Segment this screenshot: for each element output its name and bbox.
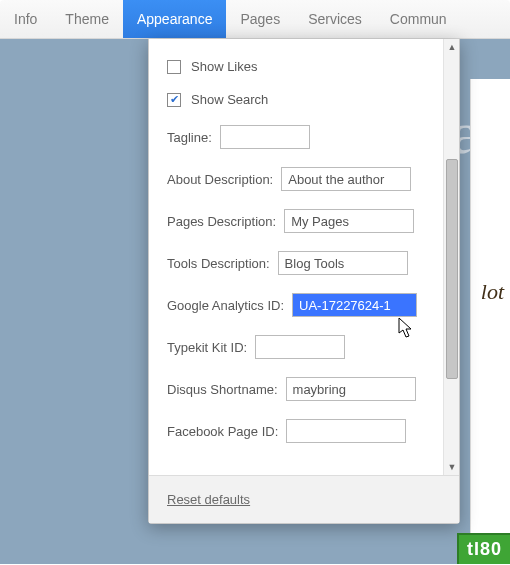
tools-description-input[interactable]: Blog Tools	[278, 251, 408, 275]
appearance-panel: Show Likes Show Search Tagline: About De…	[148, 39, 460, 524]
panel-scrollbar[interactable]: ▲ ▼	[443, 39, 459, 475]
page-badge: tI80	[457, 533, 510, 564]
menu-item-appearance[interactable]: Appearance	[123, 0, 227, 38]
menu-item-info[interactable]: Info	[0, 0, 51, 38]
about-description-input[interactable]: About the author	[281, 167, 411, 191]
google-analytics-id-input[interactable]: UA-17227624-1	[292, 293, 417, 317]
scroll-thumb[interactable]	[446, 159, 458, 379]
typekit-kit-id-input[interactable]	[255, 335, 345, 359]
panel-scroll-area: Show Likes Show Search Tagline: About De…	[149, 39, 443, 475]
menu-item-community[interactable]: Commun	[376, 0, 461, 38]
show-likes-label: Show Likes	[191, 59, 257, 74]
reset-defaults-link[interactable]: Reset defaults	[167, 492, 250, 507]
google-analytics-id-label: Google Analytics ID:	[167, 298, 284, 313]
panel-footer: Reset defaults	[149, 475, 459, 523]
pages-description-input[interactable]: My Pages	[284, 209, 414, 233]
menu-item-theme[interactable]: Theme	[51, 0, 123, 38]
facebook-page-id-label: Facebook Page ID:	[167, 424, 278, 439]
page-body: what lot Show Likes Show Search Tagline:	[0, 39, 510, 564]
show-search-checkbox[interactable]	[167, 93, 181, 107]
show-search-label: Show Search	[191, 92, 268, 107]
tools-description-label: Tools Description:	[167, 256, 270, 271]
background-side-text: lot	[481, 279, 504, 305]
tagline-input[interactable]	[220, 125, 310, 149]
typekit-kit-id-label: Typekit Kit ID:	[167, 340, 247, 355]
disqus-shortname-label: Disqus Shortname:	[167, 382, 278, 397]
menu-item-services[interactable]: Services	[294, 0, 376, 38]
about-description-label: About Description:	[167, 172, 273, 187]
tagline-label: Tagline:	[167, 130, 212, 145]
top-menu: Info Theme Appearance Pages Services Com…	[0, 0, 510, 39]
pages-description-label: Pages Description:	[167, 214, 276, 229]
scroll-up-icon[interactable]: ▲	[444, 39, 460, 55]
facebook-page-id-input[interactable]	[286, 419, 406, 443]
show-likes-checkbox[interactable]	[167, 60, 181, 74]
disqus-shortname-input[interactable]: maybring	[286, 377, 416, 401]
background-white-column	[470, 79, 510, 549]
menu-item-pages[interactable]: Pages	[226, 0, 294, 38]
scroll-down-icon[interactable]: ▼	[444, 459, 460, 475]
